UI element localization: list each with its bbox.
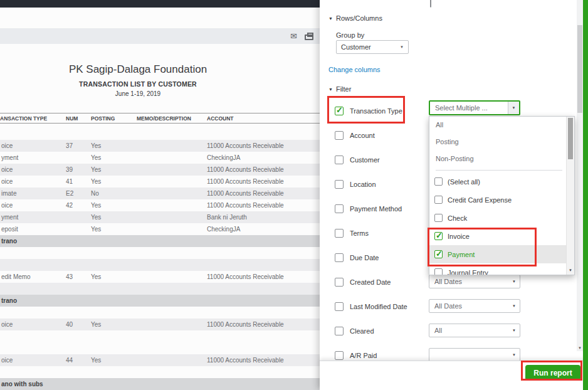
cell-posting: Yes [91, 178, 137, 185]
collapse-triangle-icon: ▼ [328, 16, 333, 21]
table-row[interactable] [0, 247, 320, 259]
cell-account: 11000 Accounts Receivable [207, 178, 320, 185]
table-row[interactable]: oice 41 Yes 11000 Accounts Receivable [0, 176, 320, 187]
filter-label: Created Date [350, 278, 391, 286]
table-row[interactable]: yment Yes CheckingJA [0, 152, 320, 164]
option-label: Payment [448, 251, 475, 258]
filter-checkbox[interactable] [335, 351, 344, 360]
caret-down-icon [508, 102, 519, 114]
cell-account: 11000 Accounts Receivable [207, 273, 320, 280]
cell-transaction-type: trano [0, 238, 66, 245]
table-row[interactable]: imate E2 No 11000 Accounts Receivable [0, 187, 320, 199]
table-row[interactable] [0, 259, 320, 271]
filter-checkbox[interactable] [335, 229, 344, 238]
table-row[interactable]: ano with subs [0, 378, 320, 390]
filter-checkbox[interactable] [335, 327, 344, 335]
scrollbar-thumb[interactable] [568, 118, 573, 159]
filter-row: Cleared All [335, 319, 578, 343]
table-row[interactable]: edit Memo 43 Yes 11000 Accounts Receivab… [0, 271, 320, 283]
filter-checkbox[interactable] [335, 180, 344, 189]
table-row[interactable]: oice 44 Yes 11000 Accounts Receivable [0, 354, 320, 366]
cell-posting: Yes [91, 273, 137, 280]
change-columns-link[interactable]: Change columns [328, 66, 381, 73]
filter-row: Last Modified Date All Dates [335, 294, 578, 319]
dropdown-check-option[interactable]: Invoice [429, 227, 566, 245]
table-row[interactable]: yment Yes Bank ni Jeruth [0, 211, 320, 223]
cell-num: E2 [66, 190, 91, 197]
filter-value-dropdown[interactable] [429, 348, 520, 362]
scroll-down-icon[interactable]: ▼ [567, 265, 574, 275]
table-row[interactable]: oice 39 Yes 11000 Accounts Receivable [0, 164, 320, 176]
dropdown-plain-options: All Posting Non-Posting [429, 117, 566, 167]
dropdown-option[interactable]: Non-Posting [429, 150, 566, 167]
scrollbar-thumb[interactable] [577, 25, 582, 113]
dropdown-check-option[interactable]: Payment [429, 245, 566, 263]
filter-value-dropdown[interactable]: All Dates [429, 275, 520, 288]
filter-label: Account [350, 132, 375, 139]
filter-label: Due Date [350, 254, 379, 261]
filter-value-dropdown[interactable]: Select Multiple ... [429, 100, 520, 115]
filter-checkbox[interactable] [335, 253, 344, 262]
cell-transaction-type: eposit [0, 226, 66, 233]
option-checkbox[interactable] [434, 232, 443, 240]
table-row[interactable] [0, 283, 320, 295]
filter-label: Payment Method [350, 205, 402, 213]
filter-checkbox[interactable] [335, 278, 344, 287]
table-row[interactable] [0, 307, 320, 319]
print-icon[interactable] [305, 34, 313, 40]
table-row[interactable] [0, 366, 320, 378]
option-checkbox[interactable] [434, 268, 443, 275]
option-checkbox[interactable] [434, 250, 443, 258]
group-by-label: Group by [336, 31, 364, 39]
filter-value-text: Select Multiple ... [430, 104, 508, 112]
clipped-checkbox[interactable] [430, 0, 431, 8]
option-checkbox[interactable] [434, 214, 443, 222]
cell-transaction-type: edit Memo [0, 273, 66, 280]
dropdown-option[interactable]: Posting [429, 134, 566, 150]
group-by-select[interactable]: Customer ▼ [336, 40, 409, 54]
table-row[interactable]: trano [0, 295, 320, 307]
cell-account: 11000 Accounts Receivable [207, 321, 320, 328]
table-row[interactable]: trano [0, 235, 320, 247]
dropdown-check-option[interactable]: Check [429, 209, 566, 227]
dropdown-scrollbar[interactable]: ▼ [566, 117, 574, 275]
email-icon[interactable]: ✉ [290, 32, 297, 40]
panel-scrollbar[interactable]: ▼ [577, 0, 583, 351]
dropdown-check-option[interactable]: Journal Entry [429, 263, 566, 275]
section-filter[interactable]: ▼ Filter [328, 85, 351, 93]
transaction-type-dropdown-list: All Posting Non-Posting (Select all) [429, 116, 575, 275]
caret-down-icon [508, 275, 520, 288]
filter-checkbox[interactable] [335, 107, 344, 115]
run-report-button[interactable]: Run report [525, 365, 580, 381]
dropdown-check-option[interactable]: (Select all) [429, 172, 566, 191]
cell-transaction-type: oice [0, 357, 66, 364]
section-rows-columns[interactable]: ▼ Rows/Columns [328, 14, 382, 22]
right-green-strip [583, 0, 588, 390]
cell-num: 41 [66, 178, 91, 185]
filter-checkbox[interactable] [335, 155, 344, 164]
dropdown-option[interactable]: All [429, 117, 566, 134]
collapse-triangle-icon: ▼ [328, 87, 333, 92]
filter-value-dropdown[interactable]: All [429, 324, 520, 337]
dropdown-divider [436, 170, 562, 171]
table-body: oice 37 Yes 11000 Accounts Receivable ym… [0, 140, 320, 390]
filter-checkbox[interactable] [335, 302, 344, 311]
option-checkbox[interactable] [434, 196, 443, 204]
filter-value-dropdown[interactable]: All Dates [429, 299, 520, 313]
report-area: ✉ PK Sagip-Dalaga Foundation TRANSACTION… [0, 0, 320, 390]
option-checkbox[interactable] [434, 177, 443, 186]
table-row[interactable]: oice 40 Yes 11000 Accounts Receivable [0, 319, 320, 330]
filter-checkbox[interactable] [335, 204, 344, 213]
filter-checkbox[interactable] [335, 131, 344, 140]
filter-value-text: All Dates [429, 302, 508, 310]
dropdown-check-option[interactable]: Credit Card Expense [429, 191, 566, 209]
filter-label: Customer [350, 156, 380, 164]
table-row[interactable]: oice 37 Yes 11000 Accounts Receivable [0, 140, 320, 152]
scroll-down-icon[interactable]: ▼ [577, 346, 583, 350]
table-row[interactable] [0, 330, 320, 342]
option-label: Journal Entry [448, 269, 488, 276]
table-row[interactable] [0, 342, 320, 354]
filter-label: Terms [350, 229, 369, 237]
table-row[interactable]: eposit Yes CheckingJA [0, 223, 320, 235]
table-row[interactable]: oice 42 Yes 11000 Accounts Receivable [0, 199, 320, 211]
